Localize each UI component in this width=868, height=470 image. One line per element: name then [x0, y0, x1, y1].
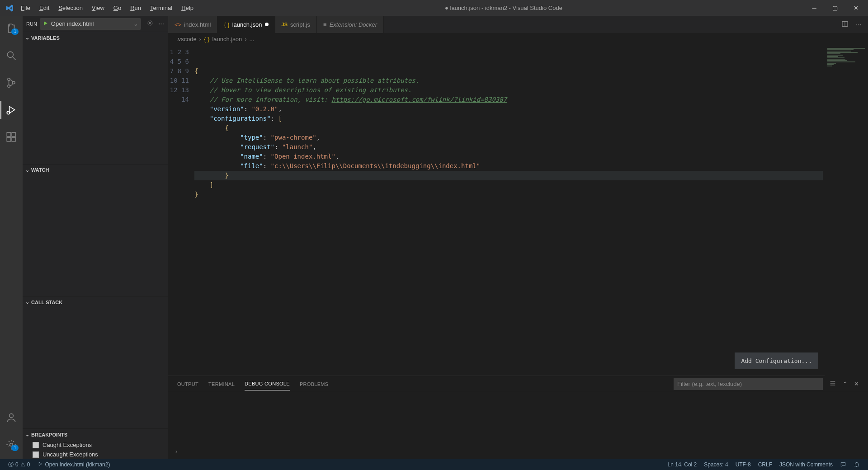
menu-file[interactable]: File	[16, 2, 35, 14]
error-icon: ⓧ	[8, 461, 14, 469]
editor-body[interactable]: 1 2 3 4 5 6 7 8 9 10 11 12 13 14 { // Us…	[168, 45, 868, 376]
watch-body	[23, 176, 168, 296]
svg-rect-5	[7, 132, 11, 136]
error-count: 0	[15, 461, 19, 468]
status-bar: ⓧ 0 ⚠ 0 Open index.html (idkman2) Ln 14,…	[0, 459, 868, 470]
activity-explorer-icon[interactable]: 1	[0, 19, 22, 38]
code-key: "file"	[240, 162, 263, 169]
main-area: 1 1 RUN	[0, 16, 868, 459]
menu-help[interactable]: Help	[177, 2, 198, 14]
close-panel-icon[interactable]: ✕	[854, 381, 859, 387]
status-launch-config[interactable]: Open index.html (idkman2)	[33, 461, 113, 468]
bp-label: Caught Exceptions	[42, 442, 92, 448]
menu-selection[interactable]: Selection	[54, 2, 87, 14]
menu-bar: File Edit Selection View Go Run Terminal…	[16, 2, 198, 14]
chevron-down-icon: ⌄	[25, 35, 29, 41]
bp-caught-row[interactable]: Caught Exceptions	[23, 440, 168, 450]
status-bell-icon[interactable]	[850, 461, 863, 468]
unsaved-dot-icon	[265, 23, 269, 26]
activity-settings-icon[interactable]: 1	[0, 436, 22, 454]
activity-scm-icon[interactable]	[0, 74, 22, 92]
section-breakpoints[interactable]: ⌄ BREAKPOINTS	[23, 428, 168, 440]
section-label: BREAKPOINTS	[31, 432, 67, 437]
status-spaces[interactable]: Spaces: 4	[700, 461, 731, 468]
play-icon[interactable]	[42, 20, 48, 28]
status-ln-col[interactable]: Ln 14, Col 2	[664, 461, 701, 468]
debug-filter-input[interactable]	[674, 378, 823, 390]
activity-search-icon[interactable]	[0, 47, 22, 65]
svg-point-11	[149, 22, 151, 24]
activity-extensions-icon[interactable]	[0, 128, 22, 146]
checkbox-icon[interactable]	[33, 442, 39, 448]
bp-uncaught-row[interactable]: Uncaught Exceptions	[23, 450, 168, 459]
code-str: "c:\\Users\\Filip\\Documents\\itndebuggi…	[271, 162, 481, 169]
sidebar: RUN Open index.html ⌄ ⋯ ⌄ VARIABLES ⌄ W	[23, 16, 168, 459]
extension-file-icon: ≡	[323, 21, 327, 28]
crumb-file[interactable]: launch.json	[212, 36, 242, 42]
window-title: ● launch.json - idkman2 - Visual Studio …	[198, 5, 809, 11]
status-errors[interactable]: ⓧ 0 ⚠ 0	[5, 461, 33, 469]
panel-tab-problems[interactable]: PROBLEMS	[300, 378, 329, 390]
debug-icon	[37, 461, 43, 468]
tab-label: launch.json	[232, 21, 262, 28]
run-label: RUN	[26, 21, 37, 27]
status-feedback-icon[interactable]	[836, 461, 850, 468]
svg-point-1	[8, 78, 10, 80]
chevron-down-icon: ⌄	[25, 299, 29, 305]
chevron-down-icon: ⌄	[25, 432, 29, 437]
add-configuration-button[interactable]: Add Configuration...	[735, 352, 818, 369]
split-editor-icon[interactable]	[841, 20, 849, 29]
breadcrumb-bar[interactable]: .vscode › { } launch.json › ...	[168, 33, 868, 45]
section-variables[interactable]: ⌄ VARIABLES	[23, 32, 168, 43]
run-config-selector[interactable]: Open index.html ⌄	[40, 18, 141, 30]
section-label: CALL STACK	[31, 300, 62, 305]
tab-launch-json[interactable]: { } launch.json	[217, 16, 275, 33]
breakpoints-body: Caught Exceptions Uncaught Exceptions	[23, 440, 168, 459]
status-encoding[interactable]: UTF-8	[732, 461, 755, 468]
svg-point-3	[13, 81, 15, 84]
minimize-icon[interactable]: ─	[809, 5, 819, 11]
code-key: "name"	[240, 153, 263, 160]
panel-tab-debug-console[interactable]: DEBUG CONSOLE	[245, 377, 290, 390]
tab-script-js[interactable]: JS script.js	[275, 16, 317, 33]
more-icon[interactable]: ⋯	[158, 20, 164, 27]
activity-account-icon[interactable]	[0, 409, 22, 427]
code-link[interactable]: https://go.microsoft.com/fwlink/?linkid=…	[331, 96, 507, 103]
warning-count: 0	[27, 461, 30, 468]
panel-body[interactable]: ›	[168, 392, 868, 459]
maximize-icon[interactable]: ▢	[830, 5, 840, 11]
checkbox-icon[interactable]	[33, 451, 39, 458]
section-callstack[interactable]: ⌄ CALL STACK	[23, 296, 168, 308]
code-area[interactable]: { // Use IntelliSense to learn about pos…	[194, 45, 868, 376]
chevron-right-icon[interactable]: ›	[175, 448, 177, 455]
code-key: "request"	[240, 143, 274, 150]
crumb-folder[interactable]: .vscode	[176, 36, 197, 42]
panel-tab-output[interactable]: OUTPUT	[177, 378, 198, 390]
activity-debug-icon[interactable]	[0, 101, 22, 119]
filter-settings-icon[interactable]	[829, 380, 836, 388]
close-icon[interactable]: ✕	[851, 5, 861, 11]
menu-run[interactable]: Run	[126, 2, 146, 14]
section-watch[interactable]: ⌄ WATCH	[23, 164, 168, 176]
code-str: "Open index.html"	[271, 153, 335, 160]
menu-go[interactable]: Go	[109, 2, 126, 14]
tab-extension-docker[interactable]: ≡ Extension: Docker	[317, 16, 384, 33]
menu-view[interactable]: View	[87, 2, 109, 14]
menu-terminal[interactable]: Terminal	[146, 2, 177, 14]
launch-text: Open index.html (idkman2)	[45, 461, 110, 468]
status-language[interactable]: JSON with Comments	[776, 461, 836, 468]
svg-rect-8	[12, 137, 16, 141]
crumb-more: ...	[250, 36, 255, 42]
chevron-down-icon[interactable]: ⌄	[133, 20, 138, 27]
more-icon[interactable]: ⋯	[856, 21, 862, 28]
tab-index-html[interactable]: <> index.html	[168, 16, 217, 33]
callstack-body	[23, 308, 168, 428]
panel-tab-terminal[interactable]: TERMINAL	[208, 378, 235, 390]
chevron-up-icon[interactable]: ⌃	[843, 381, 848, 387]
json-file-icon: { }	[204, 36, 209, 42]
gear-icon[interactable]	[146, 19, 154, 28]
menu-edit[interactable]: Edit	[35, 2, 54, 14]
bp-label: Uncaught Exceptions	[42, 451, 98, 458]
chevron-down-icon: ⌄	[25, 167, 29, 173]
status-eol[interactable]: CRLF	[755, 461, 776, 468]
